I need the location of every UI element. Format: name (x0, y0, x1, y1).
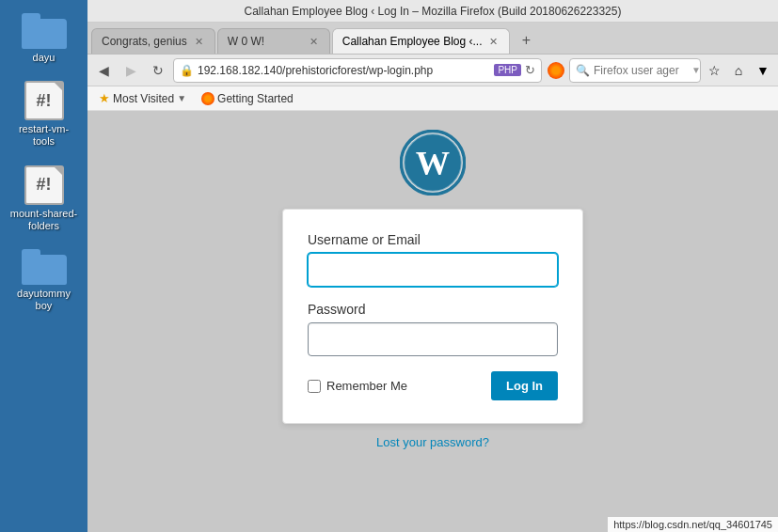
tab-close-wow[interactable]: ✕ (308, 35, 320, 49)
script-icon-restart: #! (24, 81, 64, 120)
remember-me-label[interactable]: Remember Me (308, 379, 407, 393)
lost-password-link[interactable]: Lost your password? (376, 435, 489, 449)
tab-label-congrats: Congrats, genius (102, 35, 187, 48)
address-bar[interactable]: 🔒 192.168.182.140/prehistoricforest/wp-l… (173, 58, 542, 83)
bookmark-most-visited-label: Most Visited (113, 92, 174, 105)
page-content: W Username or Email Password Remember Me (87, 111, 778, 532)
password-label: Password (308, 302, 558, 317)
desktop-icon-label-dayutommyboy: dayutommy boy (17, 288, 71, 312)
folder-icon-dayu (22, 13, 67, 49)
tab-label-callahan: Callahan Employee Blog ‹... (342, 35, 483, 48)
tab-wow[interactable]: W 0 W! ✕ (217, 28, 330, 54)
bookmarks-bar: ★ Most Visited ▼ Getting Started (87, 86, 778, 111)
wp-logo-container: W (400, 130, 466, 199)
bookmark-star-icon[interactable]: ☆ (703, 59, 725, 82)
firefox-bookmark-icon (201, 92, 214, 105)
svg-text:W: W (416, 145, 450, 182)
search-input[interactable] (594, 64, 688, 77)
nav-bar: ◀ ▶ ↻ 🔒 192.168.182.140/prehistoricfores… (87, 55, 778, 86)
forward-button[interactable]: ▶ (119, 58, 143, 83)
lock-icon: 🔒 (180, 64, 194, 77)
tab-close-callahan[interactable]: ✕ (487, 35, 500, 49)
username-form-group: Username or Email (308, 232, 558, 287)
title-bar: Callahan Employee Blog ‹ Log In – Mozill… (87, 0, 778, 23)
desktop-icon-restart-vm-tools[interactable]: #! restart-vm-tools (7, 77, 82, 151)
address-text: 192.168.182.140/prehistoricforest/wp-log… (198, 64, 490, 77)
tab-close-congrats[interactable]: ✕ (193, 35, 205, 49)
login-card: Username or Email Password Remember Me L… (282, 209, 583, 424)
username-label: Username or Email (308, 232, 558, 247)
folder-icon-dayutommyboy (22, 249, 67, 285)
status-bar-text: https://blog.csdn.net/qq_34601745 (613, 519, 772, 530)
bookmark-getting-started-label: Getting Started (217, 92, 294, 105)
lost-password: Lost your password? (376, 435, 489, 449)
script-icon-mount: #! (24, 165, 64, 205)
browser-window: Callahan Employee Blog ‹ Log In – Mozill… (87, 0, 778, 532)
wordpress-logo: W (400, 130, 466, 196)
home-icon[interactable]: ⌂ (727, 59, 750, 82)
desktop-sidebar: dayu #! restart-vm-tools #! mount-shared… (0, 0, 87, 532)
tab-bar: Congrats, genius ✕ W 0 W! ✕ Callahan Emp… (87, 23, 778, 55)
php-badge: PHP (494, 64, 521, 76)
tab-congrats[interactable]: Congrats, genius ✕ (91, 28, 215, 54)
username-input[interactable] (308, 253, 558, 287)
firefox-icon (545, 59, 567, 82)
back-button[interactable]: ◀ (91, 58, 116, 83)
desktop-icon-label-mount: mount-shared-folders (10, 208, 78, 232)
bookmark-most-visited[interactable]: ★ Most Visited ▼ (93, 89, 192, 107)
desktop-icon-dayu[interactable]: dayu (7, 9, 82, 68)
desktop-icon-label-dayu: dayu (33, 52, 56, 64)
tab-callahan[interactable]: Callahan Employee Blog ‹... ✕ (332, 28, 511, 54)
desktop-icon-label-restart: restart-vm-tools (10, 123, 78, 148)
search-bar[interactable]: 🔍 ▼ (569, 58, 701, 83)
new-tab-button[interactable]: + (514, 28, 538, 53)
remember-row: Remember Me Log In (308, 371, 558, 400)
login-button[interactable]: Log In (491, 371, 558, 400)
title-bar-text: Callahan Employee Blog ‹ Log In – Mozill… (245, 5, 622, 18)
address-refresh-icon[interactable]: ↻ (525, 63, 535, 77)
bookmark-getting-started[interactable]: Getting Started (196, 90, 299, 107)
reload-button[interactable]: ↻ (146, 58, 170, 83)
remember-me-checkbox[interactable] (308, 380, 321, 393)
desktop-icon-dayutommyboy[interactable]: dayutommy boy (7, 245, 82, 316)
desktop-icon-mount-shared-folders[interactable]: #! mount-shared-folders (7, 162, 82, 236)
remember-me-text: Remember Me (326, 379, 407, 393)
search-icon: 🔍 (576, 64, 590, 77)
tab-label-wow: W 0 W! (228, 35, 302, 48)
nav-icons-right: 🔍 ▼ ☆ ⌂ ▼ (545, 58, 774, 83)
password-form-group: Password (308, 302, 558, 356)
menu-icon[interactable]: ▼ (752, 59, 774, 82)
status-bar: https://blog.csdn.net/qq_34601745 (608, 517, 778, 532)
password-input[interactable] (308, 322, 558, 356)
most-visited-icon: ★ (99, 91, 110, 105)
